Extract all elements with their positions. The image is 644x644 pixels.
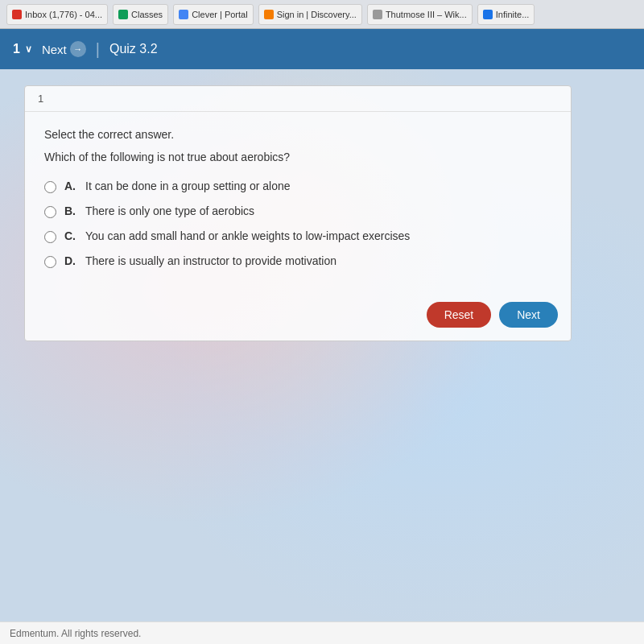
quiz-card: 1 Select the correct answer. Which of th… [24, 85, 572, 341]
radio-a[interactable] [44, 181, 56, 193]
answer-text-c: You can add small hand or ankle weights … [85, 229, 410, 242]
next-button[interactable]: Next [499, 302, 558, 328]
answer-option-b[interactable]: B. There is only one type of aerobics [44, 204, 551, 218]
page-footer: Edmentum. All rights reserved. [0, 621, 644, 644]
browser-tabs-bar: Inbox (1,776) - 04... Classes Clever | P… [0, 0, 644, 29]
answer-option-c[interactable]: C. You can add small hand or ankle weigh… [44, 229, 551, 243]
toolbar-divider: | [96, 40, 100, 59]
tab-wiki[interactable]: Thutmose III – Wik... [367, 4, 473, 25]
answer-text-d: There is usually an instructor to provid… [85, 254, 336, 267]
radio-b[interactable] [44, 206, 56, 218]
toolbar-next-button[interactable]: Next → [42, 41, 86, 57]
quiz-card-header: 1 [25, 86, 571, 112]
question-number-label: 1 [38, 93, 43, 105]
quiz-card-footer: Reset Next [25, 292, 571, 341]
tab-gmail[interactable]: Inbox (1,776) - 04... [6, 4, 108, 25]
answer-text-a: It can be done in a group setting or alo… [85, 180, 291, 192]
radio-d[interactable] [44, 256, 56, 268]
tab-discovery[interactable]: Sign in | Discovery... [258, 4, 362, 25]
answer-label-c: C. [64, 229, 77, 242]
toolbar-next-label: Next [42, 43, 67, 56]
tab-clever[interactable]: Clever | Portal [173, 4, 254, 25]
radio-c[interactable] [44, 231, 56, 243]
answer-label-a: A. [64, 180, 77, 192]
question-dropdown-arrow[interactable]: ∨ [25, 43, 32, 55]
discovery-icon [264, 10, 274, 19]
tab-classes[interactable]: Classes [113, 4, 168, 25]
question-number: 1 [13, 42, 20, 56]
footer-text: Edmentum. All rights reserved. [10, 628, 141, 639]
question-navigator[interactable]: 1 ∨ [13, 42, 32, 56]
answer-label-d: D. [64, 254, 77, 267]
infinite-icon [483, 10, 493, 19]
main-content-area: 1 Select the correct answer. Which of th… [0, 69, 644, 621]
tab-infinite[interactable]: Infinite... [477, 4, 535, 25]
answer-label-b: B. [64, 204, 77, 217]
answer-text-b: There is only one type of aerobics [85, 204, 254, 217]
wiki-icon [373, 10, 382, 19]
answer-option-d[interactable]: D. There is usually an instructor to pro… [44, 254, 551, 268]
reset-button[interactable]: Reset [427, 302, 492, 328]
answer-option-a[interactable]: A. It can be done in a group setting or … [44, 180, 551, 193]
question-text: Which of the following is not true about… [44, 151, 551, 163]
gmail-icon [12, 10, 22, 19]
toolbar-next-arrow-icon: → [70, 41, 86, 57]
quiz-card-body: Select the correct answer. Which of the … [25, 112, 571, 292]
quiz-title: Quiz 3.2 [109, 42, 158, 56]
quiz-toolbar: 1 ∨ Next → | Quiz 3.2 [0, 29, 644, 69]
question-instruction: Select the correct answer. [44, 128, 551, 141]
classes-icon [118, 10, 128, 19]
clever-icon [179, 10, 188, 19]
